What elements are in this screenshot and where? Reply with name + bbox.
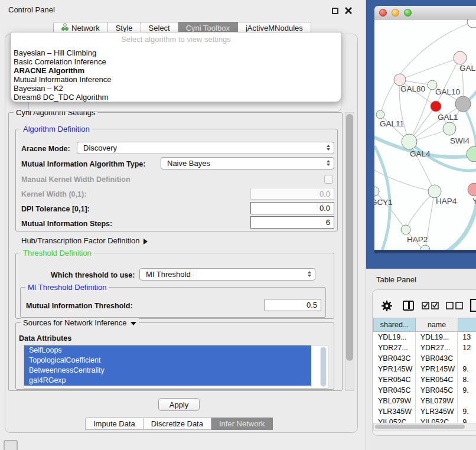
settings-scrollbar-thumb[interactable]: [346, 114, 353, 361]
attribute-item-topologicalcoefficient[interactable]: TopologicalCoefficient: [24, 356, 311, 366]
minimize-window-icon[interactable]: [392, 9, 399, 17]
network-node[interactable]: [467, 19, 476, 28]
network-graph[interactable]: GALGAL80GAL10GAL11GAL1SWI4GAL4GCY1HAP4YH…: [374, 19, 476, 250]
mi-threshold-field[interactable]: 0.5: [265, 299, 321, 311]
network-node[interactable]: [394, 74, 406, 86]
kernel-width-label: Kernel Width (0,1):: [21, 190, 86, 198]
mi-algorithm-type-combobox[interactable]: Naive Bayes: [161, 157, 334, 169]
tab-label: Infer Network: [219, 418, 265, 430]
hub-definition-label: Hub/Transcription Factor Definition: [21, 236, 139, 245]
minimized-panel-icon[interactable]: [4, 440, 18, 450]
network-view-canvas[interactable]: GALGAL80GAL10GAL11GAL1SWI4GAL4GCY1HAP4YH…: [374, 19, 476, 250]
table-cell: YER054C: [416, 374, 458, 385]
attributes-scrollbar-thumb[interactable]: [321, 347, 326, 386]
column-header-name[interactable]: name: [416, 318, 458, 332]
table-body: YDL19...YDL19...13YDR27...YDR27...12YBR0…: [373, 332, 476, 423]
dropdown-item-dream8-dc-tdc-algorithm[interactable]: Dream8 DC_TDC Algorithm: [14, 93, 338, 102]
table-cell: YLR345W: [416, 406, 458, 417]
network-node[interactable]: [454, 51, 467, 64]
select-all-checkboxes-icon[interactable]: [422, 302, 439, 309]
table-row[interactable]: YBR045CYBR045C9.: [373, 385, 476, 396]
network-node[interactable]: [420, 245, 430, 250]
control-panel-title: Control Panel: [8, 5, 55, 14]
table-cell: 9.: [458, 406, 476, 417]
combo-spinner-icon: [308, 271, 311, 277]
attributes-scrollbar[interactable]: [320, 347, 327, 387]
network-node[interactable]: [402, 134, 417, 149]
zoom-window-icon[interactable]: [404, 9, 412, 17]
sources-title[interactable]: Sources for Network Inference: [21, 318, 139, 327]
table-row[interactable]: YER054CYER054C8.: [373, 374, 476, 385]
column-header-shared[interactable]: shared...: [373, 318, 416, 332]
network-node[interactable]: [431, 101, 441, 112]
network-node[interactable]: [374, 187, 379, 196]
gear-icon[interactable]: [380, 299, 393, 312]
network-node[interactable]: [428, 185, 441, 198]
network-node[interactable]: [443, 122, 456, 135]
attribute-item-gal4rgexp[interactable]: gal4RGexp: [24, 376, 311, 386]
data-attributes-list[interactable]: SelfLoopsTopologicalCoefficientBetweenne…: [24, 345, 328, 389]
float-panel-icon[interactable]: [332, 8, 338, 14]
kernel-width-field[interactable]: 0.0: [250, 188, 334, 200]
network-node[interactable]: [401, 225, 410, 234]
aracne-mode-value: Discovery: [83, 144, 117, 152]
table-row[interactable]: YLR345WYLR345W9.: [373, 406, 476, 417]
column-chooser-icon[interactable]: [403, 301, 414, 311]
apply-button[interactable]: Apply: [158, 398, 200, 411]
dropdown-item-bayesian-hill-climbing[interactable]: Bayesian – Hill Climbing: [14, 48, 338, 57]
table-hscrollbar[interactable]: [373, 423, 476, 431]
bottom-tabstrip: Impute DataDiscretize DataInfer Network: [85, 418, 273, 430]
table-cell: YIL052C: [373, 417, 416, 423]
table-cell: YLR345W: [373, 406, 416, 417]
mi-steps-field[interactable]: 6: [250, 216, 334, 229]
table-row[interactable]: YDL19...YDL19...13: [373, 332, 476, 343]
table-row[interactable]: YIL052CYIL052C9.: [373, 417, 476, 423]
dropdown-item-mutual-information-inference[interactable]: Mutual Information Inference: [14, 75, 338, 84]
hub-definition-expander[interactable]: Hub/Transcription Factor Definition: [21, 236, 148, 245]
control-panel-window: Control Panel NetworkStyleSelectCyni Too…: [0, 0, 366, 450]
mi-algorithm-type-value: Naive Bayes: [167, 159, 210, 168]
combo-spinner-icon: [327, 160, 330, 166]
dpi-tolerance-field[interactable]: 0.0: [250, 202, 334, 214]
table-cell: [458, 353, 476, 364]
attribute-item-selfloops[interactable]: SelfLoops: [24, 345, 311, 356]
node-label-gal80: GAL80: [400, 84, 425, 93]
tab-label: Impute Data: [93, 418, 135, 430]
tab-infer-network[interactable]: Infer Network: [211, 418, 273, 430]
manual-kernel-width-checkbox[interactable]: [324, 175, 333, 184]
deselect-all-checkboxes-icon[interactable]: [446, 302, 464, 309]
network-node[interactable]: [467, 146, 476, 162]
network-node[interactable]: [376, 110, 384, 119]
combo-spinner-icon: [327, 145, 330, 151]
which-threshold-combobox[interactable]: MI Threshold: [139, 268, 315, 281]
table-cell: 9.: [458, 417, 476, 423]
network-node[interactable]: [455, 96, 471, 112]
close-window-icon[interactable]: [379, 9, 387, 17]
network-node[interactable]: [468, 183, 476, 196]
tab-discretize-data[interactable]: Discretize Data: [144, 418, 211, 430]
table-row[interactable]: YPR145WYPR145W9.: [373, 364, 476, 374]
table-cell: YIL052C: [416, 417, 458, 423]
dropdown-item-bayesian-k2[interactable]: Bayesian – K2: [14, 84, 338, 93]
dropdown-item-basic-correlation-inference[interactable]: Basic Correlation Inference: [14, 57, 338, 66]
tab-impute-data[interactable]: Impute Data: [85, 418, 144, 430]
table-cell: 12: [458, 343, 476, 353]
dropdown-item-list: Bayesian – Hill ClimbingBasic Correlatio…: [14, 48, 338, 102]
table-row[interactable]: YDR27...YDR27...12: [373, 343, 476, 353]
table-cell: YDR27...: [416, 343, 458, 353]
column-header-2[interactable]: [458, 318, 476, 332]
close-panel-icon[interactable]: [344, 6, 353, 15]
network-window-titlebar[interactable]: [374, 6, 476, 19]
dropdown-item-aracne-algorithm[interactable]: ARACNE Algorithm: [14, 66, 338, 75]
network-edge[interactable]: [400, 58, 460, 80]
table-row[interactable]: YBR043CYBR043C: [373, 353, 476, 364]
table-row[interactable]: YBL079WYBL079W: [373, 396, 476, 406]
aracne-mode-combobox[interactable]: Discovery: [77, 142, 334, 154]
table-hscrollbar-thumb[interactable]: [375, 425, 465, 429]
table-cell: YBR043C: [416, 353, 458, 364]
network-edge[interactable]: [406, 191, 435, 230]
node-label-swi4: SWI4: [450, 136, 470, 145]
attribute-item-betweennesscentrality[interactable]: BetweennessCentrality: [24, 366, 311, 376]
new-table-icon[interactable]: [470, 298, 476, 312]
table-cell: YBL079W: [416, 396, 458, 406]
